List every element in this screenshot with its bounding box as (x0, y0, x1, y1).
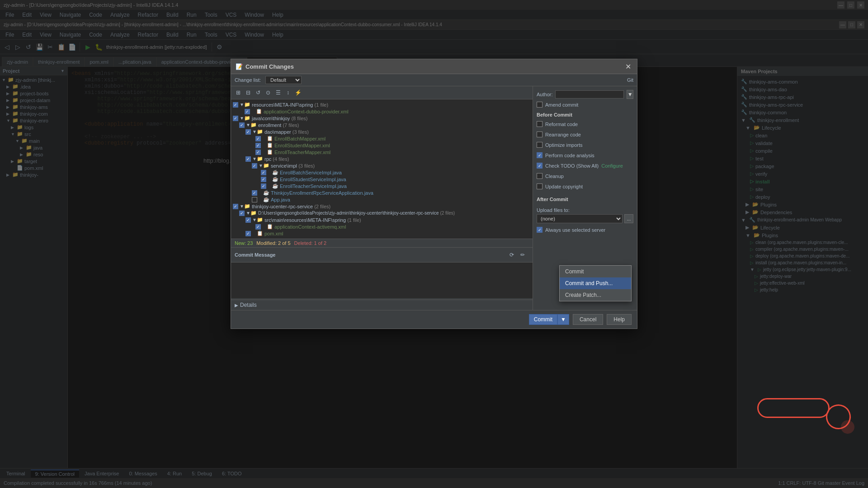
after-commit-title: After Commit (537, 197, 633, 202)
tree-item-enroll-student-mapper[interactable]: ✓ 📋 EnrollStudentMapper.xml (231, 142, 533, 149)
upload-select[interactable]: (none) (537, 214, 623, 223)
cb-rearrange[interactable] (537, 131, 542, 137)
cb-cleanup[interactable] (537, 173, 542, 179)
cb-always-server[interactable]: ✓ (537, 227, 542, 233)
dropdown-item-commit[interactable]: Commit (560, 266, 631, 277)
tree-item-enroll-batch-mapper[interactable]: ✓ 📋 EnrollBatchMapper.xml (231, 135, 533, 142)
author-input[interactable] (555, 90, 624, 99)
label-ucenter-pom: pom.xml (264, 231, 283, 236)
details-label: Details (240, 302, 257, 308)
checkbox-enroll-batch-mapper[interactable]: ✓ (255, 136, 261, 141)
commit-dropdown-arrow[interactable]: ▼ (557, 314, 569, 325)
configure-link[interactable]: Configure (601, 163, 623, 169)
tree-item-dao-mapper[interactable]: ✓ ▼ 📁 dao\mapper (3 files) (231, 128, 533, 135)
author-btn[interactable]: ▼ (627, 90, 633, 99)
checkbox-thinkjoy-app[interactable]: ✓ (252, 190, 257, 196)
changelist-select[interactable]: Default (265, 76, 302, 84)
tree-item-thinkjoy-app[interactable]: ✓ ☕ ThinkjoyEnrollmentRpcServiceApplicat… (231, 189, 533, 196)
checkbox-dao-mapper[interactable]: ✓ (245, 129, 251, 135)
changelist-label: Change list: (235, 77, 261, 83)
msg-tool-icon2[interactable]: ✏ (518, 250, 527, 259)
checkbox-enroll-batch-service-impl[interactable]: ✓ (261, 170, 266, 175)
tree-item-rpc[interactable]: ✓ ▼ 📁 rpc (4 files) (231, 155, 533, 162)
tree-item-ucenter-spring[interactable]: ✓ ▼ 📁 src\main\resources\META-INF\spring… (231, 216, 533, 223)
tree-item-enroll-batch-service-impl[interactable]: ✓ ☕ EnrollBatchServiceImpl.java (231, 169, 533, 176)
upload-select-row: (none) ... (537, 214, 633, 223)
tree-item-ucenter-path[interactable]: ✓ ▼ 📁 D:\Users\gengsongbo\IdeaProjects\z… (231, 210, 533, 216)
icon-app-java: ☕ (263, 197, 269, 202)
commit-button[interactable]: Commit (529, 314, 557, 325)
details-section[interactable]: ▶ Details (231, 300, 533, 310)
cb-copyright[interactable] (537, 183, 542, 189)
amend-label: Amend commit (545, 102, 578, 108)
tree-item-ucenter-rpc[interactable]: ✓ ▼ 📁 thinkjoy-ucenter-rpc-service (2 fi… (231, 203, 533, 210)
tree-item-enroll-student-service-impl[interactable]: ✓ ☕ EnrollStudentServiceImpl.java (231, 176, 533, 183)
label-rpc: rpc (4 files) (264, 156, 289, 162)
ftb-diff[interactable]: ⚡ (293, 88, 302, 97)
before-commit-todo: ✓ Check TODO (Show All) Configure (537, 162, 633, 169)
tree-item-enroll-teacher-service-impl[interactable]: ✓ ☕ EnrollTeacherServiceImpl.java (231, 183, 533, 189)
ftb-group[interactable]: ☰ (274, 88, 283, 97)
tree-item-enroll-teacher-mapper[interactable]: ✓ 📋 EnrollTeacherMapper.xml (231, 149, 533, 155)
ftb-collapse-all[interactable]: ⊟ (244, 88, 253, 97)
changelist-select-wrapper: Default (265, 76, 302, 84)
label-meta-spring: resources\META-INF\spring (1 file) (252, 102, 328, 108)
checkbox-ucenter-path[interactable]: ✓ (239, 211, 245, 216)
commit-message-textarea[interactable] (231, 262, 533, 298)
cb-optimize[interactable] (537, 142, 542, 148)
tree-item-meta-spring[interactable]: ✓ ▼ 📁 resources\META-INF\spring (1 file) (231, 101, 533, 108)
checkbox-meta-spring[interactable]: ✓ (233, 102, 238, 108)
tree-item-thinkjoy[interactable]: ✓ ▼ 📁 java\com\thinkjoy (8 files) (231, 115, 533, 122)
checkbox-ucenter-pom[interactable]: ✓ (245, 231, 251, 236)
dropdown-item-commit-push[interactable]: Commit and Push... (560, 277, 631, 289)
cb-analysis[interactable]: ✓ (537, 152, 542, 158)
label-ucenter-path: D:\Users\gengsongbo\IdeaProjects\zjy-adm… (258, 211, 455, 216)
ftb-refresh[interactable]: ↺ (254, 88, 263, 97)
tree-item-provider-xml[interactable]: ✓ 📋 applicationContext-dubbo-provider.xm… (231, 108, 533, 115)
dialog-title-text: Commit Changes (245, 63, 294, 70)
checkbox-thinkjoy[interactable]: ✓ (233, 116, 238, 121)
checkbox-enroll-teacher-mapper[interactable]: ✓ (255, 150, 261, 155)
checkbox-service-impl[interactable]: ✓ (252, 163, 257, 169)
arrow-enroll-batch-mapper (262, 136, 267, 141)
checkbox-enroll-student-service-impl[interactable]: ✓ (261, 177, 266, 182)
ftb-sort[interactable]: ↕ (283, 88, 292, 97)
ftb-filter[interactable]: ⊙ (264, 88, 273, 97)
ftb-expand-all[interactable]: ⊞ (234, 88, 243, 97)
tree-item-service-impl[interactable]: ✓ ▼ 📁 service\impl (3 files) (231, 162, 533, 169)
icon-ucenter-spring: 📁 (257, 217, 263, 223)
icon-enroll-student-service-impl: ☕ (272, 176, 278, 182)
cb-reformat[interactable] (537, 121, 542, 127)
msg-tool-icon1[interactable]: ⟳ (507, 250, 516, 259)
dialog-close-button[interactable]: ✕ (623, 62, 632, 71)
checkbox-enroll-teacher-service-impl[interactable]: ✓ (261, 183, 266, 189)
checkbox-app-java[interactable] (252, 197, 257, 202)
amend-checkbox[interactable] (537, 102, 542, 108)
icon-enroll-student-mapper: 📋 (267, 142, 273, 148)
tree-item-app-java[interactable]: ☕ App.java (231, 196, 533, 203)
upload-config-btn[interactable]: ... (624, 214, 633, 223)
checkbox-ucenter-rpc[interactable]: ✓ (233, 204, 238, 209)
arrow-enrollment: ▼ (246, 122, 250, 127)
help-button[interactable]: Help (607, 314, 632, 325)
cancel-button[interactable]: Cancel (573, 314, 603, 325)
checkbox-enrollment[interactable]: ✓ (239, 122, 245, 128)
checkbox-ucenter-spring[interactable]: ✓ (245, 217, 251, 223)
arrow-dao-mapper: ▼ (252, 129, 257, 134)
checkbox-rpc[interactable]: ✓ (245, 156, 251, 162)
icon-enrollment: 📁 (250, 122, 257, 128)
status-new: New: 23 (235, 240, 253, 246)
checkbox-provider-xml[interactable]: ✓ (245, 109, 250, 114)
tree-item-activemq-xml[interactable]: ✓ 📋 applicationContext-activemq.xml (231, 223, 533, 230)
checkbox-enroll-student-mapper[interactable]: ✓ (255, 143, 261, 148)
dropdown-item-create-patch[interactable]: Create Patch... (560, 289, 631, 301)
details-arrow: ▶ (235, 303, 238, 308)
cb-todo[interactable]: ✓ (537, 163, 542, 169)
icon-enroll-batch-service-impl: ☕ (272, 169, 278, 175)
tree-item-ucenter-pom[interactable]: ✓ 📋 pom.xml (231, 230, 533, 237)
before-commit-cleanup: Cleanup (537, 172, 633, 180)
tree-item-enrollment[interactable]: ✓ ▼ 📁 enrollment (7 files) (231, 122, 533, 128)
checkbox-activemq-xml[interactable]: ✓ (255, 224, 261, 230)
status-deleted: Deleted: 1 of 2 (294, 240, 327, 246)
icon-service-impl: 📁 (263, 163, 269, 169)
